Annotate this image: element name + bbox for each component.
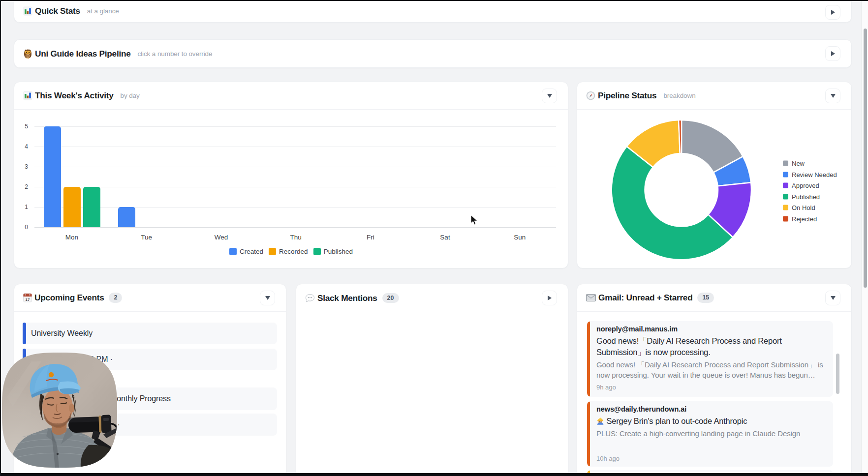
svg-text:17: 17 <box>26 298 30 302</box>
